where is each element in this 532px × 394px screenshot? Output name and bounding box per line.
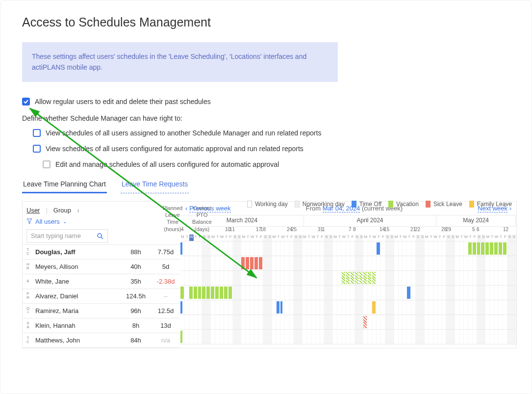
gantt-cell[interactable] (407, 315, 411, 329)
leave-bar[interactable] (224, 287, 228, 299)
gantt-cell[interactable] (228, 330, 233, 344)
gantt-cell[interactable] (433, 286, 438, 300)
gantt-cell[interactable] (512, 315, 516, 329)
gantt-cell[interactable] (189, 256, 194, 270)
gantt-cell[interactable] (485, 330, 490, 344)
gantt-cell[interactable] (241, 241, 246, 256)
gantt-cell[interactable] (346, 256, 351, 270)
gantt-cell[interactable] (372, 300, 377, 315)
gantt-cell[interactable] (390, 271, 394, 285)
gantt-cell[interactable] (189, 315, 194, 329)
gantt-cell[interactable] (202, 256, 206, 270)
gantt-cell[interactable] (280, 315, 285, 329)
leave-bar[interactable] (254, 257, 258, 269)
gantt-cell[interactable] (202, 241, 206, 256)
leave-bar[interactable] (189, 287, 193, 299)
leave-bar[interactable] (180, 287, 184, 299)
gantt-cell[interactable] (337, 241, 342, 256)
gantt-cell[interactable] (372, 286, 377, 300)
gantt-cell[interactable] (241, 300, 246, 315)
gantt-cell[interactable] (407, 286, 411, 300)
gantt-cell[interactable] (377, 241, 381, 256)
gantt-cell[interactable] (459, 271, 464, 285)
gantt-cell[interactable] (433, 256, 438, 270)
gantt-cell[interactable] (329, 271, 333, 285)
gantt-cell[interactable] (206, 271, 211, 285)
gantt-cell[interactable] (503, 271, 507, 285)
gantt-cell[interactable] (285, 241, 289, 256)
gantt-cell[interactable] (507, 300, 512, 315)
gantt-cell[interactable] (324, 256, 329, 270)
gantt-cell[interactable] (512, 300, 516, 315)
gantt-cell[interactable] (425, 241, 429, 256)
gantt-cell[interactable] (241, 330, 246, 344)
gantt-cell[interactable] (390, 330, 394, 344)
gantt-cell[interactable] (411, 330, 416, 344)
gantt-cell[interactable] (194, 300, 198, 315)
gantt-cell[interactable] (294, 241, 298, 256)
gantt-cell[interactable] (185, 330, 189, 344)
gantt-cell[interactable] (211, 241, 215, 256)
gantt-cell[interactable] (324, 271, 329, 285)
gantt-cell[interactable] (416, 330, 420, 344)
gantt-cell[interactable] (228, 315, 233, 329)
leave-bar[interactable] (363, 272, 367, 284)
leave-bar[interactable] (355, 272, 358, 284)
gantt-cell[interactable] (355, 286, 359, 300)
gantt-cell[interactable] (285, 256, 289, 270)
gantt-cell[interactable] (263, 315, 268, 329)
gantt-cell[interactable] (259, 241, 263, 256)
gantt-cell[interactable] (206, 256, 211, 270)
gantt-cell[interactable] (455, 256, 459, 270)
gantt-cell[interactable] (429, 315, 433, 329)
gantt-cell[interactable] (363, 256, 368, 270)
gantt-cell[interactable] (403, 241, 407, 256)
gantt-cell[interactable] (368, 300, 372, 315)
gantt-cell[interactable] (329, 256, 333, 270)
leave-bar[interactable] (477, 242, 481, 255)
gantt-cell[interactable] (399, 241, 403, 256)
gantt-cell[interactable] (320, 286, 325, 300)
gantt-cell[interactable] (316, 241, 320, 256)
gantt-cell[interactable] (237, 241, 242, 256)
gantt-cell[interactable] (390, 241, 394, 256)
gantt-cell[interactable] (512, 256, 516, 270)
gantt-cell[interactable] (307, 271, 311, 285)
gantt-cell[interactable] (385, 256, 390, 270)
gantt-cell[interactable] (499, 315, 503, 329)
gantt-cell[interactable] (451, 271, 455, 285)
gantt-cell[interactable] (180, 315, 185, 329)
gantt-cell[interactable] (303, 330, 307, 344)
gantt-cell[interactable] (381, 241, 385, 256)
gantt-cell[interactable] (494, 286, 499, 300)
gantt-cell[interactable] (451, 241, 455, 256)
user-row[interactable]: Q= Ramirez, Maria 96h 12.5d (23, 304, 180, 318)
gantt-cell[interactable] (303, 271, 307, 285)
gantt-cell[interactable] (407, 300, 411, 315)
gantt-cell[interactable] (368, 241, 372, 256)
gantt-cell[interactable] (359, 271, 364, 285)
gantt-cell[interactable] (303, 241, 307, 256)
gantt-cell[interactable] (337, 256, 342, 270)
gantt-cell[interactable] (206, 286, 211, 300)
gantt-cell[interactable] (289, 241, 294, 256)
gantt-cell[interactable] (403, 330, 407, 344)
gantt-cell[interactable] (490, 300, 494, 315)
gantt-cell[interactable] (202, 286, 206, 300)
gantt-cell[interactable] (346, 271, 351, 285)
gantt-cell[interactable] (285, 315, 289, 329)
gantt-cell[interactable] (316, 271, 320, 285)
gantt-cell[interactable] (372, 256, 377, 270)
leave-bar[interactable] (246, 257, 249, 269)
gantt-cell[interactable] (250, 315, 254, 329)
gantt-cell[interactable] (485, 315, 490, 329)
gantt-cell[interactable] (442, 330, 446, 344)
gantt-cell[interactable] (481, 256, 485, 270)
gantt-cell[interactable] (329, 315, 333, 329)
gantt-cell[interactable] (250, 271, 254, 285)
gantt-cell[interactable] (363, 315, 368, 329)
gantt-cell[interactable] (368, 330, 372, 344)
gantt-cell[interactable] (346, 241, 351, 256)
gantt-cell[interactable] (512, 286, 516, 300)
gantt-cell[interactable] (294, 271, 298, 285)
